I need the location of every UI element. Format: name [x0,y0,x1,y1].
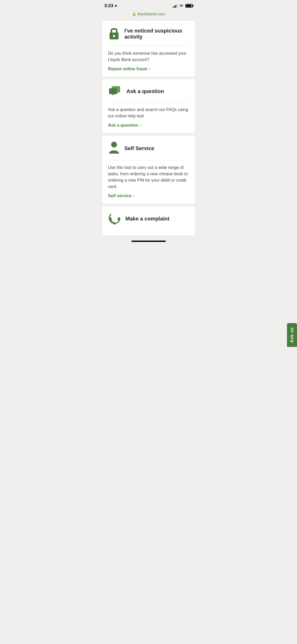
link-arrow: › [149,67,150,71]
home-indicator [99,237,198,243]
browser-lock-icon: 🔒 [132,12,136,16]
status-icons [173,4,193,8]
card-header: Make a complaint [108,211,189,226]
content-area: I've noticed suspicious activity Do you … [99,19,198,237]
self-service-body: Use this tool to carry out a wide range … [108,164,189,190]
ask-question-card: Ask a question Ask a question and search… [102,79,195,133]
svg-rect-5 [109,88,117,94]
link-arrow: › [133,194,134,198]
svg-point-11 [114,223,115,225]
self-service-link[interactable]: Self service › [108,194,134,198]
person-icon [108,141,120,156]
svg-marker-6 [112,94,114,96]
svg-rect-2 [114,36,114,38]
browser-url[interactable]: lloydsbank.com [138,12,165,16]
location-icon [114,4,117,7]
suspicious-activity-card: I've noticed suspicious activity Do you … [102,21,195,77]
make-complaint-card: Make a complaint [102,206,195,235]
make-complaint-title: Make a complaint [125,216,169,222]
status-time: 3:23 [104,3,117,8]
signal-bars-icon [173,4,177,8]
report-fraud-link[interactable]: Report online fraud › [108,67,150,71]
card-header: I've noticed suspicious activity [108,26,189,42]
battery-icon [185,4,193,8]
card-header: Ask a question [108,85,189,98]
headset-icon [108,211,121,226]
link-arrow: › [140,123,141,127]
svg-point-7 [111,142,117,148]
home-bar [131,241,166,242]
ask-question-title: Ask a question [126,88,164,94]
lock-icon [108,26,120,42]
status-bar: 3:23 [99,0,198,11]
self-service-card: Self Service Use this tool to carry out … [102,136,195,204]
svg-rect-10 [118,217,120,220]
chat-icon [108,85,122,98]
suspicious-activity-title: I've noticed suspicious activity [124,28,189,40]
wifi-icon [179,4,184,8]
ask-question-body: Ask a question and search our FAQs using… [108,107,189,119]
ask-question-link[interactable]: Ask a question › [108,123,141,128]
self-service-title: Self Service [124,145,154,151]
suspicious-activity-body: Do you think someone has accessed your L… [108,50,189,63]
browser-bar: 🔒 lloydsbank.com [99,11,198,19]
card-header: Self Service [108,141,189,156]
